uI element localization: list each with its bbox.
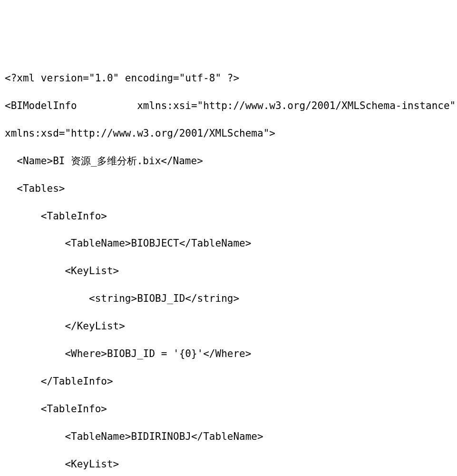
xml-declaration: <?xml version="1.0" encoding="utf-8" ?> bbox=[5, 71, 452, 85]
root-open-line1: <BIModelInfo xmlns:xsi="http://www.w3.or… bbox=[5, 99, 452, 113]
tableinfo1-open: <TableInfo> bbox=[5, 209, 452, 223]
name-element: <Name>BI 资源_多维分析.bix</Name> bbox=[5, 154, 452, 168]
keylist1-item1: <string>BIOBJ_ID</string> bbox=[5, 292, 452, 306]
tables-open: <Tables> bbox=[5, 182, 452, 196]
where1: <Where>BIOBJ_ID = '{0}'</Where> bbox=[5, 347, 452, 361]
keylist1-open: <KeyList> bbox=[5, 264, 452, 278]
tablename1: <TableName>BIOBJECT</TableName> bbox=[5, 237, 452, 250]
tableinfo2-open: <TableInfo> bbox=[5, 402, 452, 416]
tablename2: <TableName>BIDIRINOBJ</TableName> bbox=[5, 430, 452, 444]
tableinfo1-close: </TableInfo> bbox=[5, 375, 452, 388]
root-open-line2: xmlns:xsd="http://www.w3.org/2001/XMLSch… bbox=[5, 127, 452, 140]
xml-code-block: <?xml version="1.0" encoding="utf-8" ?> … bbox=[5, 58, 452, 476]
keylist1-close: </KeyList> bbox=[5, 319, 452, 333]
keylist2-open: <KeyList> bbox=[5, 457, 452, 471]
